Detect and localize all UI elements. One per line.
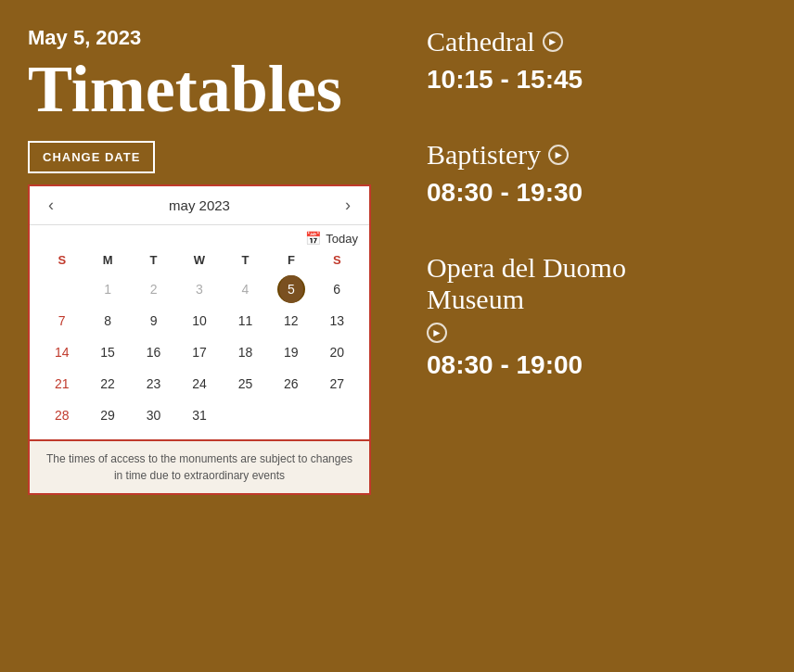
cal-cell-21[interactable]: 21 — [39, 369, 84, 399]
change-date-button[interactable]: CHANGE DATE — [28, 141, 155, 173]
calendar-header: ‹ may 2023 › — [30, 186, 369, 225]
cal-cell-27[interactable]: 27 — [314, 369, 360, 399]
cal-cell-24[interactable]: 24 — [176, 369, 222, 399]
cal-cell-3[interactable]: 3 — [176, 274, 222, 304]
today-row: 📅 Today — [30, 225, 369, 249]
cal-cell-empty2 — [223, 400, 268, 430]
date-label: May 5, 2023 — [28, 26, 362, 50]
day-name-wed: W — [176, 249, 222, 271]
prev-month-button[interactable]: ‹ — [43, 196, 59, 215]
day-name-sat: S — [314, 249, 360, 271]
page-container: May 5, 2023 Timetables CHANGE DATE ‹ may… — [0, 0, 794, 672]
calendar-note: The times of access to the monuments are… — [30, 439, 369, 493]
cal-cell-4[interactable]: 4 — [223, 274, 268, 304]
day-name-sun: S — [39, 249, 84, 271]
calendar: ‹ may 2023 › 📅 Today S M T W T F S — [28, 184, 371, 495]
cal-cell-25[interactable]: 25 — [223, 369, 268, 399]
cal-cell-29[interactable]: 29 — [84, 400, 130, 430]
cal-cell-5-selected[interactable]: 5 — [277, 275, 305, 303]
cal-cell-23[interactable]: 23 — [131, 369, 176, 399]
museum-time: 08:30 - 19:00 — [427, 350, 757, 380]
page-title: Timetables — [28, 56, 362, 122]
day-name-thu: T — [223, 249, 268, 271]
baptistery-link-icon: ► — [548, 145, 569, 165]
cal-cell-26[interactable]: 26 — [268, 369, 314, 399]
cal-cell-15[interactable]: 15 — [84, 337, 130, 367]
cal-cell-30[interactable]: 30 — [131, 400, 176, 430]
calendar-month-year: may 2023 — [169, 197, 230, 213]
cal-cell-19[interactable]: 19 — [268, 337, 314, 367]
baptistery-time: 08:30 - 19:30 — [427, 178, 757, 208]
right-panel: Cathedral ► 10:15 - 15:45 Baptistery ► 0… — [390, 0, 794, 672]
cal-cell-18[interactable]: 18 — [223, 337, 268, 367]
left-panel: May 5, 2023 Timetables CHANGE DATE ‹ may… — [0, 0, 390, 672]
venue-museum: Opera del Duomo Museum ► 08:30 - 19:00 — [427, 252, 757, 380]
cal-cell-22[interactable]: 22 — [84, 369, 130, 399]
cal-cell-12[interactable]: 12 — [268, 306, 314, 336]
cal-cell-16[interactable]: 16 — [131, 337, 176, 367]
venue-cathedral: Cathedral ► 10:15 - 15:45 — [427, 26, 757, 95]
cal-cell-9[interactable]: 9 — [131, 306, 176, 336]
calendar-days: 1 2 3 4 5 6 7 8 9 10 11 12 13 14 15 — [39, 274, 360, 430]
cal-cell-13[interactable]: 13 — [314, 306, 360, 336]
cathedral-time: 10:15 - 15:45 — [427, 65, 757, 95]
day-name-mon: M — [84, 249, 130, 271]
cal-cell-28[interactable]: 28 — [39, 400, 84, 430]
cal-cell-31[interactable]: 31 — [176, 400, 222, 430]
cal-cell-10[interactable]: 10 — [176, 306, 222, 336]
museum-link-icon: ► — [427, 323, 447, 343]
cal-cell-7[interactable]: 7 — [39, 306, 84, 336]
cal-cell-2[interactable]: 2 — [131, 274, 176, 304]
venue-baptistery: Baptistery ► 08:30 - 19:30 — [427, 139, 757, 208]
venue-cathedral-name[interactable]: Cathedral ► — [427, 26, 757, 57]
cal-cell-11[interactable]: 11 — [223, 306, 268, 336]
venue-baptistery-name[interactable]: Baptistery ► — [427, 139, 757, 171]
cal-cell-empty4 — [314, 400, 360, 430]
cal-cell-1[interactable]: 1 — [84, 274, 130, 304]
cal-cell-8[interactable]: 8 — [84, 306, 130, 336]
days-header: S M T W T F S — [39, 249, 360, 271]
calendar-icon: 📅 — [305, 231, 321, 246]
cal-cell-empty3 — [268, 400, 314, 430]
cal-cell-17[interactable]: 17 — [176, 337, 222, 367]
today-label: Today — [326, 232, 358, 246]
cathedral-link-icon: ► — [543, 32, 563, 52]
cal-cell-14[interactable]: 14 — [39, 337, 84, 367]
cal-cell-empty — [39, 274, 84, 304]
venue-museum-name[interactable]: Opera del Duomo Museum ► — [427, 252, 668, 343]
next-month-button[interactable]: › — [339, 196, 356, 215]
day-name-tue: T — [131, 249, 176, 271]
calendar-grid: S M T W T F S 1 2 3 4 5 6 — [30, 249, 369, 439]
day-name-fri: F — [268, 249, 314, 271]
cal-cell-6[interactable]: 6 — [314, 274, 360, 304]
cal-cell-20[interactable]: 20 — [314, 337, 360, 367]
